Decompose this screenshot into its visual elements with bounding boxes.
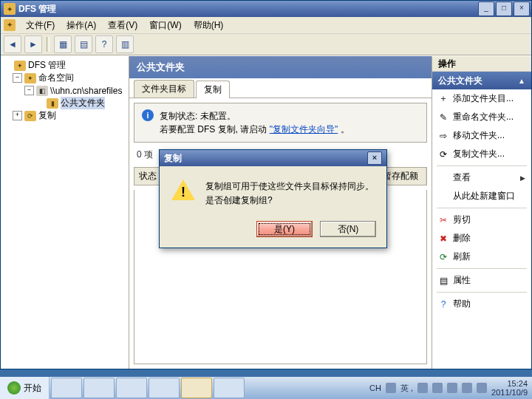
- tree-server[interactable]: −◧\\uhn.cn\sharefiles: [2, 84, 127, 97]
- dialog-line1: 复制组可用于使这些文件夹目标保持同步。: [205, 180, 374, 194]
- action-cut-label: 剪切: [453, 214, 471, 226]
- actions-separator: [437, 292, 527, 293]
- dialog-line2: 是否创建复制组?: [205, 194, 374, 208]
- delete-icon: ✖: [438, 233, 449, 244]
- menubar: ✦ 文件(F) 操作(A) 查看(V) 窗口(W) 帮助(H): [1, 17, 531, 34]
- taskbar: 开始 CH 英 , 15:24 2011/10/9: [0, 376, 532, 399]
- menu-action[interactable]: 操作(A): [61, 18, 102, 33]
- action-delete[interactable]: ✖删除: [432, 229, 531, 248]
- info-prefix: 若要配置 DFS 复制, 请启动: [160, 124, 267, 134]
- action-help[interactable]: ?帮助: [432, 295, 531, 313]
- tree-root-label: DFS 管理: [28, 59, 66, 72]
- taskbar-item[interactable]: [116, 378, 147, 398]
- action-view-label: 查看: [453, 171, 471, 184]
- tree-replication-label: 复制: [38, 109, 56, 122]
- tab-replication[interactable]: 复制: [196, 81, 230, 98]
- menu-view[interactable]: 查看(V): [102, 18, 143, 33]
- action-new-window[interactable]: 从此处新建窗口: [432, 187, 531, 205]
- action-refresh[interactable]: ⟳刷新: [432, 248, 531, 266]
- navigation-tree[interactable]: ✦DFS 管理 −✦命名空间 −◧\\uhn.cn\sharefiles ▮公共…: [1, 56, 129, 369]
- action-help-label: 帮助: [453, 298, 471, 310]
- taskbar-item[interactable]: [149, 378, 180, 398]
- toolbar-separator: [47, 37, 50, 52]
- actions-subheader[interactable]: 公共文件夹▲: [432, 72, 531, 89]
- dialog-titlebar: 复制 ×: [160, 150, 386, 166]
- tree-namespace[interactable]: −✦命名空间: [2, 72, 127, 84]
- back-button[interactable]: ◄: [4, 35, 21, 53]
- tray-icon[interactable]: [432, 383, 443, 393]
- collapse-icon: ▲: [518, 77, 525, 85]
- actions-separator: [437, 268, 527, 269]
- info-suffix: 。: [341, 124, 349, 134]
- actions-pane: 操作 公共文件夹▲ ＋添加文件夹目... ✎重命名文件夹... ⇨移动文件夹..…: [432, 56, 531, 369]
- actions-title: 操作: [432, 56, 531, 72]
- toolbar: ◄ ► ▦ ▤ ? ▥: [1, 34, 531, 55]
- action-move[interactable]: ⇨移动文件夹...: [432, 126, 531, 145]
- info-banner: i 复制状态: 未配置。 若要配置 DFS 复制, 请启动 "复制文件夹向导" …: [134, 103, 427, 143]
- taskbar-item[interactable]: [83, 378, 115, 398]
- action-rename[interactable]: ✎重命名文件夹...: [432, 108, 531, 126]
- content-title: 公共文件夹: [129, 56, 432, 78]
- menu-file[interactable]: 文件(F): [20, 18, 61, 33]
- clock[interactable]: 15:24 2011/10/9: [491, 379, 528, 397]
- toolbar-btn-2[interactable]: ▤: [75, 35, 92, 53]
- action-cut[interactable]: ✂剪切: [432, 211, 531, 229]
- ime-indicator[interactable]: CH: [369, 383, 381, 392]
- help-icon: ?: [438, 299, 449, 310]
- tree-folder-label: 公共文件夹: [61, 97, 105, 109]
- menu-help[interactable]: 帮助(H): [188, 18, 230, 33]
- dialog-yes-button[interactable]: 是(Y): [256, 221, 313, 237]
- toolbar-btn-1[interactable]: ▦: [54, 35, 72, 53]
- maximize-button[interactable]: □: [496, 1, 512, 16]
- tree-namespace-label: 命名空间: [38, 72, 74, 84]
- info-icon: i: [142, 109, 154, 121]
- start-button[interactable]: 开始: [0, 377, 50, 399]
- replication-wizard-link[interactable]: "复制文件夹向导": [270, 124, 338, 134]
- tray-icon[interactable]: [447, 383, 457, 393]
- cut-icon: ✂: [438, 215, 449, 225]
- dialog-no-button[interactable]: 否(N): [320, 221, 376, 237]
- window-title: DFS 管理: [18, 3, 478, 16]
- tray-icon[interactable]: [417, 383, 428, 393]
- replicate-icon: ⟳: [438, 149, 449, 160]
- system-tray: CH 英 , 15:24 2011/10/9: [365, 379, 532, 397]
- tray-icon[interactable]: [477, 383, 487, 393]
- action-properties-label: 属性: [453, 274, 471, 287]
- close-button[interactable]: ×: [514, 1, 530, 16]
- tray-icon[interactable]: [462, 383, 472, 393]
- tree-folder-public[interactable]: ▮公共文件夹: [2, 97, 127, 109]
- submenu-arrow-icon: ▶: [520, 174, 525, 182]
- action-properties[interactable]: ▤属性: [432, 271, 531, 290]
- tree-root[interactable]: ✦DFS 管理: [2, 59, 127, 72]
- action-replicate[interactable]: ⟳复制文件夹...: [432, 145, 531, 163]
- start-orb-icon: [7, 381, 21, 395]
- action-rename-label: 重命名文件夹...: [453, 111, 514, 123]
- tray-icon[interactable]: [386, 383, 396, 393]
- action-move-label: 移动文件夹...: [453, 129, 505, 142]
- minimize-button[interactable]: _: [478, 1, 494, 16]
- lang-indicator[interactable]: 英 ,: [400, 383, 413, 394]
- menu-window[interactable]: 窗口(W): [143, 18, 187, 33]
- action-add-target[interactable]: ＋添加文件夹目...: [432, 89, 531, 108]
- action-add-label: 添加文件夹目...: [453, 92, 514, 105]
- app-small-icon: ✦: [4, 19, 16, 31]
- dialog-close-button[interactable]: ×: [367, 151, 382, 165]
- clock-date: 2011/10/9: [491, 388, 528, 397]
- action-delete-label: 删除: [453, 232, 471, 245]
- taskbar-item[interactable]: [214, 378, 245, 398]
- toolbar-btn-4[interactable]: ▥: [116, 35, 134, 53]
- clock-time: 15:24: [491, 379, 528, 388]
- actions-separator: [437, 208, 527, 208]
- action-view[interactable]: 查看▶: [432, 168, 531, 187]
- move-icon: ⇨: [438, 131, 449, 141]
- tree-replication[interactable]: +⟳复制: [2, 109, 127, 122]
- info-status-text: 复制状态: 未配置。: [160, 109, 349, 123]
- dialog-title: 复制: [164, 152, 182, 165]
- warning-icon: !: [171, 180, 195, 200]
- help-button[interactable]: ?: [95, 35, 113, 53]
- forward-button[interactable]: ►: [24, 35, 42, 53]
- taskbar-item[interactable]: [51, 378, 82, 398]
- tab-folder-targets[interactable]: 文件夹目标: [134, 80, 194, 98]
- taskbar-item-active[interactable]: [181, 378, 212, 398]
- actions-subheader-label: 公共文件夹: [438, 75, 482, 87]
